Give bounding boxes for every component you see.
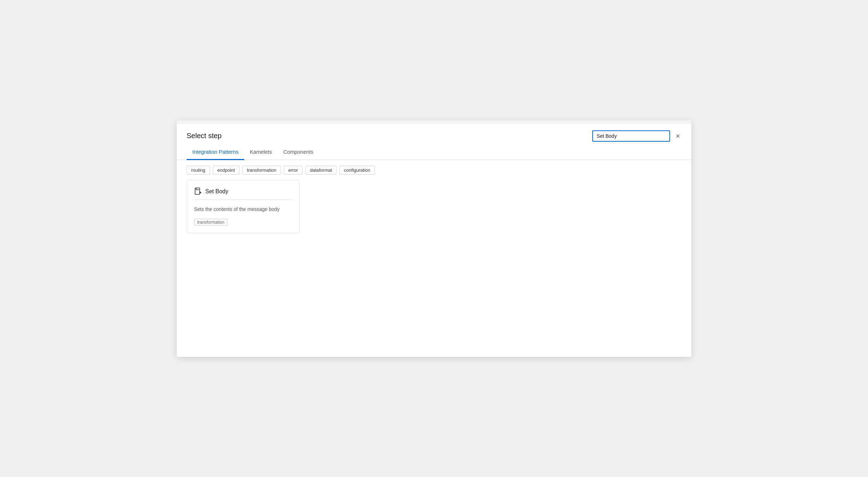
modal-container: Select step × Integration Patterns Kamel…: [177, 120, 691, 357]
filter-transformation[interactable]: transformation: [242, 166, 281, 175]
modal-title: Select step: [187, 132, 222, 140]
filter-error[interactable]: error: [284, 166, 303, 175]
search-box: ×: [592, 130, 681, 142]
tab-components[interactable]: Components: [277, 145, 319, 160]
cards-grid: Set Body Sets the contents of the messag…: [187, 180, 681, 233]
content-area: Set Body Sets the contents of the messag…: [177, 180, 691, 357]
filter-endpoint[interactable]: endpoint: [213, 166, 240, 175]
card-set-body-description: Sets the contents of the message body: [194, 206, 292, 213]
filter-dataformat[interactable]: dataformat: [305, 166, 336, 175]
card-set-body[interactable]: Set Body Sets the contents of the messag…: [187, 180, 300, 233]
tab-kamelets[interactable]: Kamelets: [244, 145, 278, 160]
svg-rect-0: [195, 188, 200, 194]
modal-top-bar: [177, 120, 691, 123]
filter-configuration[interactable]: configuration: [339, 166, 375, 175]
tab-integration-patterns[interactable]: Integration Patterns: [187, 145, 244, 160]
filters-row: routing endpoint transformation error da…: [177, 160, 691, 180]
filter-routing[interactable]: routing: [187, 166, 210, 175]
tabs-container: Integration Patterns Kamelets Components: [177, 145, 691, 160]
search-input[interactable]: [592, 130, 670, 142]
card-set-body-tag-transformation: transformation: [194, 219, 228, 226]
card-set-body-title: Set Body: [205, 188, 228, 195]
card-divider: [194, 200, 292, 200]
tabs-row: Integration Patterns Kamelets Components: [187, 145, 681, 160]
document-plus-icon: [194, 188, 202, 195]
modal-header: Select step ×: [177, 123, 691, 142]
card-set-body-header: Set Body: [194, 188, 292, 195]
card-set-body-tags: transformation: [194, 219, 292, 226]
close-button[interactable]: ×: [674, 131, 681, 141]
